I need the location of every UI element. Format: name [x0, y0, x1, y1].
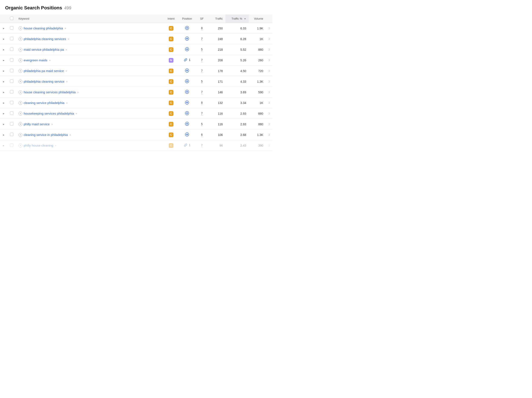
keyword-chevrons: » — [68, 38, 69, 40]
keyword-text: maid service philadelphia pa — [24, 48, 64, 51]
keyword-link[interactable]: + house cleaning philadelphia » — [19, 26, 66, 30]
keyword-link[interactable]: + cleaning service philadelphia » — [19, 101, 67, 105]
row-checkbox[interactable] — [10, 26, 13, 30]
position-location — [185, 79, 189, 83]
position-location — [185, 90, 189, 94]
page-title-area: Organic Search Positions 499 — [0, 5, 272, 14]
keyword-link[interactable]: + housekeeping services philadelphia » — [19, 112, 77, 116]
row-expand[interactable]: ► — [0, 55, 7, 66]
sf-cell: 7 — [196, 87, 208, 98]
row-checkbox-cell — [7, 55, 16, 66]
row-expand[interactable]: ► — [0, 23, 7, 34]
row-expand[interactable]: ► — [0, 119, 7, 130]
position-location — [185, 26, 189, 30]
row-checkbox[interactable] — [10, 122, 13, 125]
table-row: ► + maid service philadelphia pa » C 521… — [0, 44, 272, 55]
keyword-cell: + cleaning service philadelphia » — [16, 98, 164, 108]
keyword-text: house cleaning services philadelphia — [24, 90, 76, 94]
table-wrapper: Keyword Intent Position SF Traffic Traff… — [0, 14, 272, 151]
row-checkbox[interactable] — [10, 111, 13, 115]
extra-value: 3 — [268, 91, 270, 94]
keyword-chevrons: » — [51, 123, 53, 126]
traffic-pct-value: 2.68 — [241, 133, 246, 137]
traffic-cell: 178 — [208, 66, 225, 76]
keyword-chevrons: » — [55, 144, 56, 147]
volume-value: 1K — [260, 101, 263, 104]
keyword-chevrons: » — [66, 69, 67, 72]
row-checkbox[interactable] — [10, 37, 13, 40]
position-number: 1 — [189, 144, 190, 147]
row-expand[interactable]: ► — [0, 44, 7, 55]
intent-badge: N — [169, 58, 173, 63]
traffic-cell: 106 — [208, 130, 225, 140]
traffic-cell: 250 — [208, 23, 225, 34]
row-expand[interactable]: ► — [0, 34, 7, 44]
sf-value: 5 — [201, 122, 203, 126]
row-checkbox[interactable] — [10, 133, 13, 136]
row-checkbox[interactable] — [10, 47, 13, 51]
row-checkbox[interactable] — [10, 101, 13, 104]
keyword-chevrons: » — [66, 48, 67, 51]
sf-value: 8 — [201, 26, 203, 30]
keyword-link[interactable]: + evergreen maids » — [19, 58, 51, 62]
keyword-link[interactable]: + cleaning service in philadelphia » — [19, 133, 71, 137]
intent-cell: C — [164, 108, 178, 119]
keyword-link[interactable]: + maid service philadelphia pa » — [19, 48, 67, 52]
row-checkbox-cell — [7, 44, 16, 55]
position-location — [185, 132, 189, 137]
keyword-link[interactable]: + philadelphia cleaning service » — [19, 80, 67, 84]
row-checkbox[interactable] — [10, 79, 13, 83]
keyword-link[interactable]: + philadelphia cleaning services » — [19, 37, 69, 41]
header-checkbox[interactable] — [10, 17, 13, 20]
extra-cell: 3 — [266, 140, 272, 151]
row-expand[interactable]: ► — [0, 130, 7, 140]
keyword-chevrons: » — [66, 101, 68, 104]
row-checkbox-cell — [7, 76, 16, 87]
th-traffic-pct[interactable]: Traffic % ▼ — [225, 14, 249, 23]
keyword-plus-icon: + — [19, 90, 22, 94]
keyword-link[interactable]: + philadelphia pa maid service » — [19, 69, 67, 73]
extra-cell: 3 — [266, 44, 272, 55]
row-expand[interactable]: ► — [0, 140, 7, 151]
row-expand[interactable]: ► — [0, 108, 7, 119]
sf-cell: 5 — [196, 119, 208, 130]
keyword-chevrons: » — [70, 133, 71, 136]
volume-cell: 1.3K — [249, 130, 266, 140]
position-location — [185, 122, 189, 126]
keyword-link[interactable]: + philly house cleaning » — [19, 144, 56, 147]
intent-badge: C — [169, 26, 173, 31]
table-row: ► + house cleaning philadelphia » C 8250… — [0, 23, 272, 34]
traffic-value: 208 — [218, 59, 223, 62]
th-keyword[interactable]: Keyword — [16, 14, 164, 23]
position-link: 1 — [184, 143, 190, 147]
filter-icon: ▼ — [244, 18, 246, 20]
page-title: Organic Search Positions — [5, 5, 62, 11]
volume-cell: 1.9K — [249, 23, 266, 34]
traffic-value: 178 — [218, 69, 223, 73]
row-expand[interactable]: ► — [0, 66, 7, 76]
volume-value: 1.3K — [257, 133, 263, 137]
sf-cell: 8 — [196, 23, 208, 34]
location-icon — [185, 68, 189, 73]
row-checkbox[interactable] — [10, 69, 13, 72]
volume-value: 880 — [258, 112, 263, 115]
svg-point-19 — [186, 70, 188, 71]
intent-cell: C — [164, 66, 178, 76]
intent-cell: C — [164, 87, 178, 98]
row-checkbox[interactable] — [10, 144, 13, 147]
row-expand[interactable]: ► — [0, 98, 7, 108]
keyword-link[interactable]: + philly maid service » — [19, 122, 53, 126]
keyword-text: philadelphia pa maid service — [24, 69, 64, 73]
th-sf: SF — [196, 14, 208, 23]
row-checkbox[interactable] — [10, 58, 13, 62]
intent-badge: C — [169, 122, 173, 127]
row-checkbox[interactable] — [10, 90, 13, 93]
keyword-text: housekeeping services philadelphia — [24, 112, 74, 115]
keyword-link[interactable]: + house cleaning services philadelphia » — [19, 90, 79, 94]
traffic-value: 250 — [218, 27, 223, 30]
keyword-text: house cleaning philadelphia — [24, 26, 63, 30]
keyword-cell: + house cleaning services philadelphia » — [16, 87, 164, 98]
row-expand[interactable]: ► — [0, 87, 7, 98]
row-expand[interactable]: ► — [0, 76, 7, 87]
intent-badge: C — [169, 101, 173, 105]
